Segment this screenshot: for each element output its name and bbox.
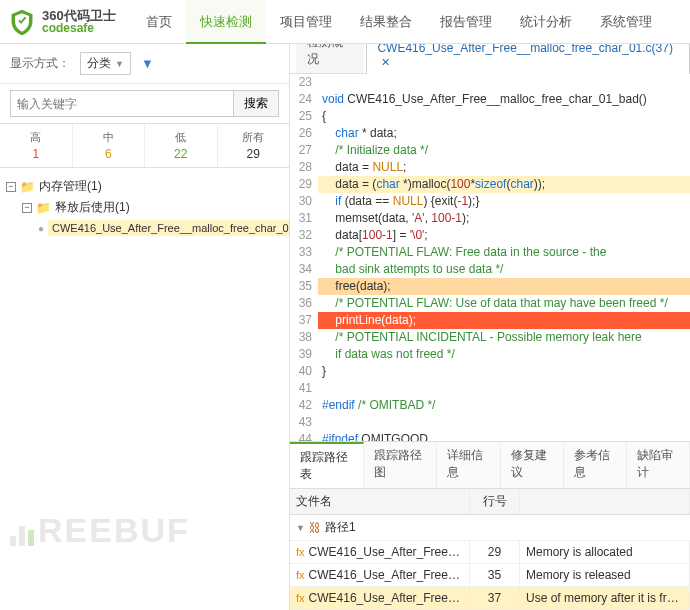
right-panel: 检测概况 CWE416_Use_After_Free__malloc_free_… — [290, 44, 690, 610]
chevron-down-icon: ▼ — [296, 523, 305, 533]
bottom-tabs: 跟踪路径表跟踪路径图详细信息修复建议参考信息缺陷审计 — [290, 441, 690, 489]
bottom-tab[interactable]: 修复建议 — [501, 442, 564, 488]
tree-node-file[interactable]: ● CWE416_Use_After_Free__malloc_free_cha… — [6, 218, 283, 238]
tree-collapse-icon[interactable]: − — [6, 182, 16, 192]
left-panel: 显示方式： 分类 ▼ ▼ 搜索 高1中6低22所有29 − 📁 内存管理(1) … — [0, 44, 290, 610]
stat-stat-low[interactable]: 低22 — [145, 124, 218, 167]
table-row[interactable]: fxCWE416_Use_After_Free__malloc_fre...29… — [290, 541, 690, 564]
search-input[interactable] — [10, 90, 234, 117]
tab-overview[interactable]: 检测概况 — [296, 44, 364, 73]
bottom-tab[interactable]: 跟踪路径图 — [364, 442, 438, 488]
bottom-tab[interactable]: 详细信息 — [437, 442, 500, 488]
folder-icon: 📁 — [36, 201, 51, 215]
nav-system[interactable]: 系统管理 — [586, 0, 666, 44]
main-nav: 首页 快速检测 项目管理 结果整合 报告管理 统计分析 系统管理 — [132, 0, 666, 44]
logo: 360代码卫士 codesafe — [8, 8, 116, 36]
stat-stat-all[interactable]: 所有29 — [218, 124, 290, 167]
trace-table: 文件名 行号 ▼ ⛓ 路径1 fxCWE416_Use_After_Free__… — [290, 489, 690, 610]
severity-stats: 高1中6低22所有29 — [0, 123, 289, 168]
col-desc — [520, 489, 690, 514]
stat-stat-high[interactable]: 高1 — [0, 124, 73, 167]
bottom-tab[interactable]: 缺陷审计 — [627, 442, 690, 488]
issue-tree: − 📁 内存管理(1) − 📁 释放后使用(1) ● CWE416_Use_Af… — [0, 168, 289, 610]
path-group[interactable]: ▼ ⛓ 路径1 — [290, 515, 690, 541]
tree-collapse-icon[interactable]: − — [22, 203, 32, 213]
nav-project[interactable]: 项目管理 — [266, 0, 346, 44]
bottom-tab[interactable]: 跟踪路径表 — [290, 442, 364, 488]
nav-reports[interactable]: 报告管理 — [426, 0, 506, 44]
close-icon[interactable]: ✕ — [381, 56, 390, 68]
nav-home[interactable]: 首页 — [132, 0, 186, 44]
chevron-down-icon: ▼ — [115, 59, 124, 69]
col-line: 行号 — [470, 489, 520, 514]
folder-icon: 📁 — [20, 180, 35, 194]
display-mode-dropdown[interactable]: 分类 ▼ — [80, 52, 131, 75]
col-file: 文件名 — [290, 489, 470, 514]
table-row[interactable]: fxCWE416_Use_After_Free__malloc_fre...37… — [290, 587, 690, 610]
path-icon: ⛓ — [309, 521, 321, 535]
brand-en: codesafe — [42, 22, 116, 34]
tab-file[interactable]: CWE416_Use_After_Free__malloc_free_char_… — [366, 44, 690, 74]
bottom-tab[interactable]: 参考信息 — [564, 442, 627, 488]
shield-icon — [8, 8, 36, 36]
search-button[interactable]: 搜索 — [234, 90, 279, 117]
tree-node-category[interactable]: − 📁 内存管理(1) — [6, 176, 283, 197]
nav-stats[interactable]: 统计分析 — [506, 0, 586, 44]
code-editor[interactable]: 2324void CWE416_Use_After_Free__malloc_f… — [290, 74, 690, 441]
nav-quick-scan[interactable]: 快速检测 — [186, 0, 266, 44]
app-header: 360代码卫士 codesafe 首页 快速检测 项目管理 结果整合 报告管理 … — [0, 0, 690, 44]
table-row[interactable]: fxCWE416_Use_After_Free__malloc_fre...35… — [290, 564, 690, 587]
display-mode-label: 显示方式： — [10, 55, 70, 72]
nav-results[interactable]: 结果整合 — [346, 0, 426, 44]
filter-icon[interactable]: ▼ — [141, 56, 154, 71]
bullet-icon: ● — [38, 223, 44, 234]
editor-tabs: 检测概况 CWE416_Use_After_Free__malloc_free_… — [290, 44, 690, 74]
stat-stat-mid[interactable]: 中6 — [73, 124, 146, 167]
tree-node-subcategory[interactable]: − 📁 释放后使用(1) — [6, 197, 283, 218]
